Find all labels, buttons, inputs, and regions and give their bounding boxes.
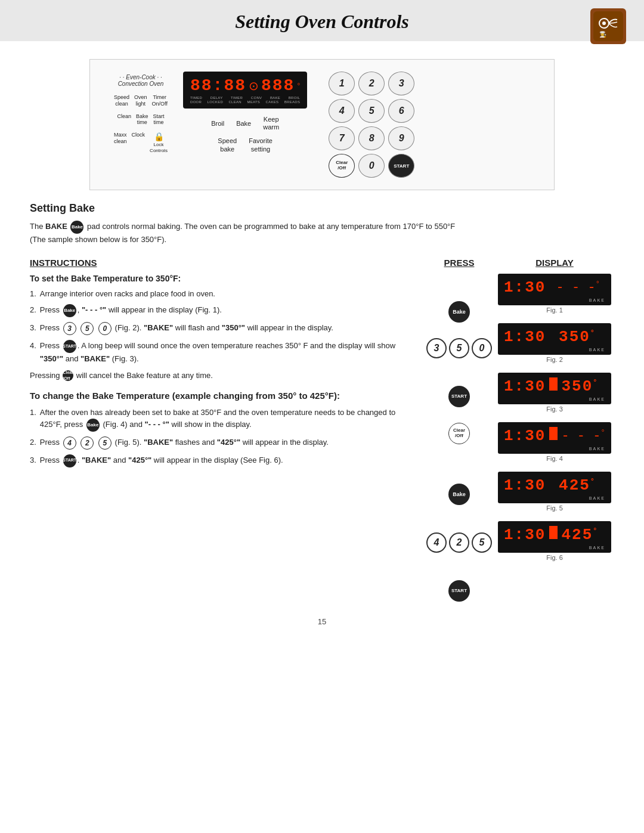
disp-label-timer: TIMER (231, 96, 243, 100)
num-2-btn: 2 (80, 436, 94, 450)
press-start-btn-1[interactable]: START (448, 386, 470, 407)
step-3: Press 3 5 0 (Fig. 2). "BAKE" will flash … (30, 322, 411, 335)
fig1-dashes: - - -° (548, 280, 599, 295)
fig3-time: 1:30 (504, 377, 546, 395)
oven-light-button[interactable]: Ovenlight (134, 94, 147, 107)
clean-label: Clean (117, 113, 131, 120)
press-bake-btn-2[interactable]: Bake (448, 484, 470, 505)
display-fig-5: 1:30 425° BAKE (498, 472, 611, 503)
svg-text:👩‍🍳: 👩‍🍳 (599, 30, 607, 38)
press-425: 4 2 5 (425, 532, 493, 553)
speed-bake-label: Speedbake (218, 137, 237, 153)
numpad-0[interactable]: 0 (358, 154, 385, 178)
oven-light-label: Ovenlight (134, 94, 147, 107)
oven-panel-container: · · Even-Cook · · Convection Oven Speedc… (0, 41, 644, 202)
fig1-bake: BAKE (504, 296, 605, 303)
lock-controls-button[interactable]: 🔒 LockControls (150, 132, 168, 153)
fig6-bake: BAKE (504, 544, 605, 550)
fig4-label: Fig. 4 (546, 455, 563, 462)
lock-controls-label: LockControls (150, 142, 168, 153)
press-start-1: START (448, 386, 470, 407)
start-label: START (394, 163, 409, 169)
instructions-header: INSTRUCTIONS (30, 258, 411, 268)
numpad-6[interactable]: 6 (388, 99, 414, 123)
set-bake-subtitle: To set the Bake Temperature to 350°F: (30, 274, 411, 283)
start-button[interactable]: START (388, 154, 414, 178)
fig3-bake: BAKE (504, 395, 605, 402)
step-2: Press Bake, "- - - °" will appear in the… (30, 304, 411, 317)
fig4-dashes: - - -° (561, 429, 605, 444)
three-col-layout: INSTRUCTIONS To set the Bake Temperature… (30, 258, 614, 605)
press-clear-1: Clear/Off (448, 423, 470, 444)
clear-off-label: Clear/Off (336, 160, 348, 171)
numpad-4[interactable]: 4 (329, 99, 355, 123)
broil-button[interactable]: Broil (211, 120, 224, 128)
keep-warm-button[interactable]: Keepwarm (263, 116, 279, 131)
bake-label: Bake (236, 120, 251, 128)
bake-press-icon-2: Bake (86, 419, 100, 432)
fig4-bake: BAKE (504, 445, 605, 451)
clock-button[interactable]: Clock (132, 132, 145, 138)
step-1: Arrange interior oven racks and place fo… (30, 288, 411, 300)
num-5-btn-2: 5 (98, 436, 112, 450)
timer-onoff-button[interactable]: TimerOn/Off (152, 94, 168, 107)
start-press-icon-1: START (63, 340, 76, 353)
numpad-9[interactable]: 9 (388, 126, 414, 150)
press-num-5[interactable]: 5 (449, 338, 469, 358)
start-time-button[interactable]: Starttime (153, 113, 165, 126)
numpad-7[interactable]: 7 (329, 126, 355, 150)
press-350: 3 5 0 (425, 338, 493, 358)
press-num-5-2[interactable]: 5 (472, 532, 492, 553)
fig2-time: 1:30 (504, 328, 546, 346)
display-fig-6: 1:30 425° BAKE (498, 521, 611, 553)
pressing-note: Pressing Clear/Off will cancel the Bake … (30, 370, 411, 382)
display-fig-2: 1:30 350° BAKE (498, 323, 611, 355)
press-num-3[interactable]: 3 (426, 338, 447, 358)
press-clear-btn-1[interactable]: Clear/Off (448, 423, 470, 444)
numpad-8[interactable]: 8 (358, 126, 385, 150)
step-4: Press START. A long beep will sound once… (30, 340, 411, 365)
change-temp-title: To change the Bake Temperature (example … (30, 391, 411, 401)
fig2-temp: 350° (548, 328, 596, 346)
disp-label-locked: LOCKED (208, 100, 223, 104)
bake-time-label: Baketime (136, 113, 148, 126)
favorite-setting-button[interactable]: Favoritesetting (249, 137, 273, 153)
display-temp-digits: 888 (261, 76, 295, 95)
oven-panel: · · Even-Cook · · Convection Oven Speedc… (89, 59, 555, 190)
speed-clean-button[interactable]: Speedclean (114, 94, 129, 107)
numpad-2[interactable]: 2 (358, 72, 385, 95)
clean-button[interactable]: Clean (117, 113, 131, 126)
disp-label-cakes: CAKES (266, 100, 279, 104)
press-num-2[interactable]: 2 (449, 532, 469, 553)
display-digits: 88:88 (190, 76, 246, 95)
press-start-2: START (448, 580, 470, 602)
numpad-5[interactable]: 5 (358, 99, 385, 123)
page-header: Setting Oven Controls 👩‍🍳 (0, 0, 644, 41)
speed-bake-button[interactable]: Speedbake (218, 137, 237, 153)
numpad-1[interactable]: 1 (329, 72, 355, 95)
display-header: DISPLAY (535, 258, 574, 268)
bake-inline-icon: Bake (70, 221, 83, 234)
display-fig-3: 1:30 350° BAKE (498, 373, 611, 404)
bake-button[interactable]: Bake (236, 120, 251, 128)
press-bake-1: Bake (448, 301, 470, 323)
press-num-0[interactable]: 0 (472, 338, 492, 358)
maxx-clean-button[interactable]: Maxxclean (114, 132, 127, 145)
press-start-label-1: START (451, 394, 467, 399)
press-bake-btn-1[interactable]: Bake (448, 301, 470, 323)
fig2-label: Fig. 2 (546, 356, 563, 363)
fig3-cursor (549, 377, 558, 391)
content-area: Setting Bake The BAKE Bake pad controls … (0, 202, 644, 605)
press-num-4[interactable]: 4 (426, 532, 447, 553)
fig4-cursor (549, 427, 558, 440)
clear-press-icon: Clear/Off (63, 370, 73, 381)
bake-time-button[interactable]: Baketime (136, 113, 148, 126)
keep-warm-label: Keepwarm (263, 116, 279, 131)
start-press-icon-2: START (63, 454, 76, 467)
clear-off-button[interactable]: Clear/Off (329, 154, 355, 178)
numpad-3[interactable]: 3 (388, 72, 414, 95)
setting-bake-title: Setting Bake (30, 202, 614, 215)
disp-label-clean: CLEAN (228, 100, 242, 104)
fig4-time: 1:30 (504, 427, 546, 445)
press-start-btn-2[interactable]: START (448, 580, 470, 602)
